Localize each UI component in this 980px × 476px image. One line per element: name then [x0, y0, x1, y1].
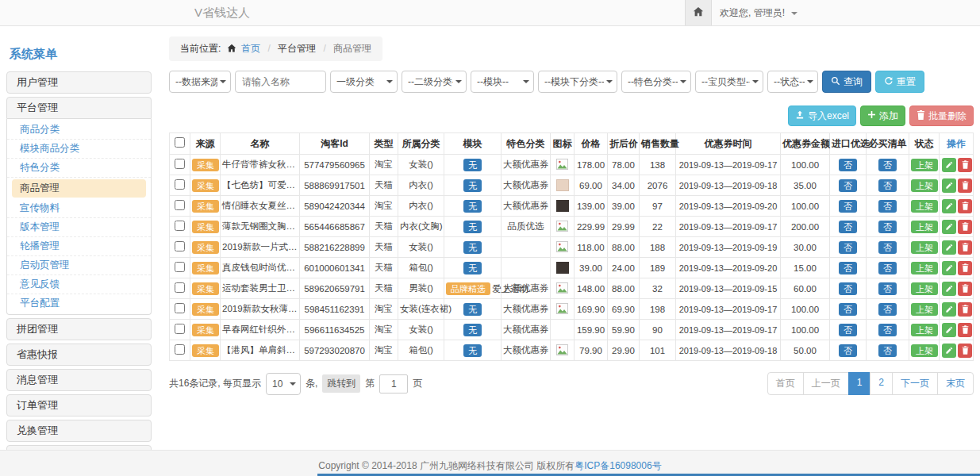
status-select[interactable]: --状态--	[767, 71, 818, 93]
edit-button[interactable]	[942, 220, 956, 234]
sidebar-item-goods-management[interactable]: 商品管理	[12, 179, 146, 198]
row-checkbox[interactable]	[175, 344, 185, 355]
sidebar-item-user-mgmt[interactable]: 用户管理	[6, 71, 152, 94]
page-prev-button[interactable]: 上一页	[803, 372, 849, 395]
page-last-button[interactable]: 末页	[937, 372, 974, 395]
edit-button[interactable]	[942, 344, 956, 358]
cell-status: 上架	[909, 278, 940, 299]
reset-button[interactable]: 重置	[875, 71, 924, 93]
cell-discount-price: 59.90	[608, 320, 640, 340]
row-checkbox[interactable]	[175, 179, 185, 190]
delete-button[interactable]	[958, 220, 972, 234]
delete-button[interactable]	[958, 240, 972, 255]
sidebar-item-carousel-management[interactable]: 轮播管理	[7, 237, 151, 256]
sidebar-item-goods-category[interactable]: 商品分类	[7, 121, 151, 140]
page-jump-input[interactable]	[379, 374, 408, 393]
cell-type: 天猫	[370, 278, 398, 299]
page-number-button[interactable]: 1	[848, 372, 871, 395]
sidebar-item-groupbuy-mgmt[interactable]: 拼团管理	[6, 318, 152, 340]
name-search-input[interactable]	[235, 71, 326, 93]
cell-source: 采集	[190, 299, 221, 320]
column-header: 折后价	[608, 133, 640, 155]
delete-button[interactable]	[958, 323, 972, 337]
edit-button[interactable]	[942, 240, 956, 255]
sidebar-item-feature-category[interactable]: 特色分类	[7, 159, 151, 178]
row-checkbox[interactable]	[175, 221, 185, 231]
delete-button[interactable]	[958, 178, 972, 193]
row-checkbox[interactable]	[175, 159, 185, 169]
delete-button[interactable]	[958, 261, 972, 275]
select-all-checkbox[interactable]	[175, 137, 185, 148]
module-select[interactable]: --模块--	[471, 71, 534, 93]
row-checkbox[interactable]	[175, 282, 185, 293]
cell-coupon-amount: 60.00	[781, 278, 830, 299]
home-button[interactable]	[685, 0, 712, 25]
cell-import-select: 否	[830, 299, 867, 320]
edit-button[interactable]	[942, 199, 956, 213]
data-source-select[interactable]: --数据来源--	[169, 71, 231, 93]
edit-button[interactable]	[942, 302, 956, 317]
import-excel-button[interactable]: 导入excel	[788, 106, 856, 126]
per-page-select[interactable]: 10	[266, 373, 301, 395]
edit-button[interactable]	[942, 261, 956, 275]
feature-category-select[interactable]: --特色分类--	[621, 71, 691, 93]
row-checkbox[interactable]	[175, 303, 185, 313]
cell-feature: 大额优惠券	[502, 299, 551, 320]
item-type-select[interactable]: --宝贝类型--	[695, 71, 763, 93]
sidebar-item-message-mgmt[interactable]: 消息管理	[6, 369, 152, 391]
sidebar-item-order-mgmt[interactable]: 订单管理	[6, 394, 152, 416]
sidebar-item-module-goods-category[interactable]: 模块商品分类	[7, 140, 151, 159]
row-checkbox[interactable]	[175, 241, 185, 251]
row-checkbox[interactable]	[175, 262, 185, 272]
icp-link[interactable]: 粤ICP备16098006号	[575, 460, 661, 471]
delete-button[interactable]	[958, 302, 972, 317]
cell-type: 天猫	[370, 217, 398, 237]
source-badge: 采集	[192, 262, 219, 274]
cell-discount-price: 69.90	[608, 299, 640, 320]
edit-button[interactable]	[942, 158, 956, 172]
level1-category-select[interactable]: 一级分类	[330, 71, 398, 93]
sidebar-item-promo-materials[interactable]: 宣传物料	[7, 199, 151, 218]
pencil-icon	[945, 326, 953, 334]
search-button[interactable]: 查询	[822, 71, 871, 93]
status-badge: 上架	[911, 241, 938, 254]
sidebar-item-platform-config[interactable]: 平台配置	[7, 294, 151, 313]
sidebar-item-feedback[interactable]: 意见反馈	[7, 275, 151, 294]
page-next-button[interactable]: 下一页	[892, 372, 938, 395]
page-first-button[interactable]: 首页	[767, 372, 804, 395]
cell-tao-id: 589620659791	[300, 278, 370, 299]
sidebar-item-splash-page-management[interactable]: 启动页管理	[7, 256, 151, 275]
jump-button[interactable]: 跳转到	[322, 374, 360, 393]
add-button[interactable]: 添加	[860, 106, 905, 126]
product-thumbnail	[556, 200, 569, 212]
edit-button[interactable]	[942, 323, 956, 337]
breadcrumb-home-link[interactable]: 首页	[241, 43, 260, 54]
column-header: 必买清单	[867, 133, 909, 155]
cell-status: 上架	[909, 175, 940, 196]
sidebar-item-exchange-mgmt[interactable]: 兑换管理	[6, 420, 152, 442]
cell-tao-id: 601000601341	[300, 258, 370, 278]
row-checkbox[interactable]	[175, 200, 185, 210]
sidebar-item-platform-mgmt[interactable]: 平台管理	[6, 97, 152, 119]
user-menu[interactable]: 欢迎您, 管理员!	[720, 0, 797, 25]
delete-button[interactable]	[958, 199, 972, 213]
module-badge: 无	[463, 303, 482, 316]
level2-category-select[interactable]: --二级分类--	[402, 71, 467, 93]
module-sub-select[interactable]: --模块下分类--	[538, 71, 617, 93]
cell-coupon-time: 2019-09-13—2019-09-19	[676, 237, 781, 258]
sidebar-item-saving-news[interactable]: 省惠快报	[6, 344, 152, 366]
page-number-button[interactable]: 2	[870, 372, 893, 395]
edit-button[interactable]	[942, 282, 956, 296]
breadcrumb: 当前位置: 首页 / 平台管理 / 商品管理	[169, 36, 382, 61]
delete-button[interactable]	[958, 344, 972, 358]
row-checkbox[interactable]	[175, 324, 185, 334]
pencil-icon	[945, 285, 953, 293]
edit-button[interactable]	[942, 178, 956, 193]
sidebar-item-version-management[interactable]: 版本管理	[7, 218, 151, 237]
delete-button[interactable]	[958, 158, 972, 172]
cell-feature	[502, 237, 551, 258]
delete-button[interactable]	[958, 282, 972, 296]
batch-delete-button[interactable]: 批量删除	[909, 106, 974, 126]
cell-import-select: 否	[830, 237, 867, 258]
sidebar-item-label: 用户管理	[17, 76, 58, 88]
